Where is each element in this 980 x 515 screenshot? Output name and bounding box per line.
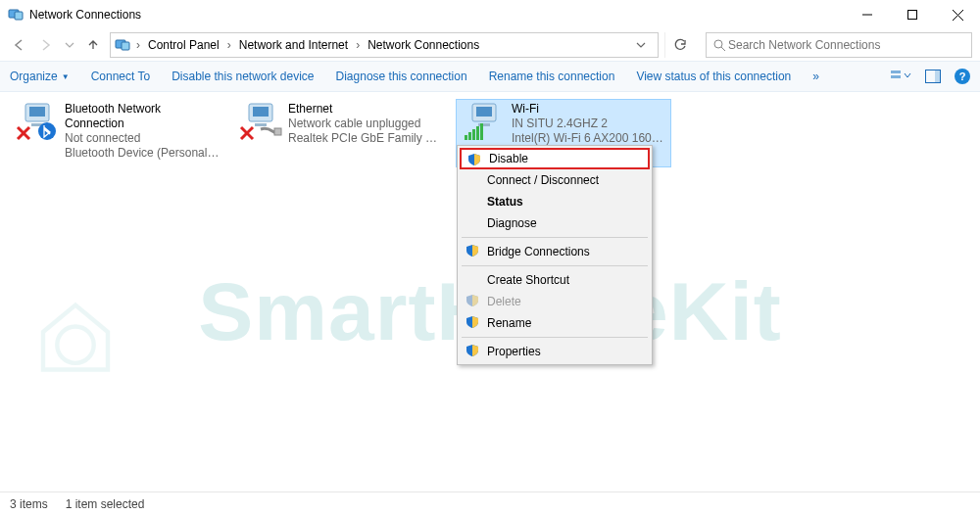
search-box[interactable] <box>706 32 972 58</box>
more-commands-button[interactable]: » <box>812 70 819 83</box>
svg-rect-3 <box>908 11 917 20</box>
svg-rect-10 <box>891 70 901 73</box>
breadcrumb-network-internet[interactable]: Network and Internet <box>237 38 350 52</box>
connection-status: IN SITU 2.4GHZ 2 <box>512 117 666 131</box>
svg-rect-30 <box>478 123 490 126</box>
window-title: Network Connections <box>29 8 141 22</box>
chevron-right-icon: › <box>136 38 140 52</box>
shield-icon <box>466 344 479 357</box>
svg-point-8 <box>714 40 722 48</box>
item-count: 3 items <box>10 497 48 511</box>
menu-item-connect-disconnect[interactable]: Connect / Disconnect <box>460 169 650 191</box>
connection-ethernet[interactable]: Ethernet Network cable unplugged Realtek… <box>233 100 447 166</box>
ethernet-icon <box>237 102 282 143</box>
disable-device-button[interactable]: Disable this network device <box>172 70 314 83</box>
menu-item-properties[interactable]: Properties <box>460 341 650 362</box>
svg-rect-1 <box>15 12 23 20</box>
context-menu: Disable Connect / Disconnect Status Diag… <box>457 145 653 365</box>
app-icon <box>8 7 24 23</box>
svg-marker-14 <box>43 305 108 370</box>
title-bar: Network Connections <box>0 0 980 29</box>
refresh-button[interactable] <box>664 32 694 58</box>
svg-rect-29 <box>476 107 492 117</box>
status-bar: 3 items 1 item selected <box>0 492 980 515</box>
address-bar[interactable]: › Control Panel › Network and Internet ›… <box>110 32 659 58</box>
menu-item-status[interactable]: Status <box>460 191 650 212</box>
minimize-button[interactable] <box>845 0 890 29</box>
svg-rect-11 <box>891 75 901 78</box>
connection-name: Bluetooth Network Connection <box>65 102 220 131</box>
connection-device: Realtek PCIe GbE Family Controller <box>288 131 443 146</box>
close-button[interactable] <box>935 0 980 29</box>
svg-rect-32 <box>468 132 471 140</box>
connection-bluetooth[interactable]: Bluetooth Network Connection Not connect… <box>10 100 223 166</box>
shield-icon <box>467 153 481 166</box>
shield-icon <box>466 294 479 307</box>
svg-rect-31 <box>465 135 467 140</box>
menu-item-create-shortcut[interactable]: Create Shortcut <box>460 269 650 291</box>
selection-count: 1 item selected <box>66 497 145 511</box>
bluetooth-icon <box>14 102 59 143</box>
svg-rect-7 <box>122 42 129 50</box>
chevron-right-icon: › <box>356 38 360 52</box>
content-area: SmartHomeKit Bluetooth Network Connectio… <box>0 92 980 484</box>
connection-device: Intel(R) Wi-Fi 6 AX200 160MHz <box>512 131 666 146</box>
location-icon <box>115 37 130 53</box>
search-input[interactable] <box>726 37 965 53</box>
svg-line-9 <box>721 47 725 51</box>
connect-to-button[interactable]: Connect To <box>91 70 151 83</box>
connection-name: Ethernet <box>288 102 443 117</box>
svg-rect-33 <box>472 129 475 140</box>
chevron-right-icon: › <box>227 38 231 52</box>
menu-separator <box>462 337 648 338</box>
up-button[interactable] <box>82 34 104 56</box>
view-status-button[interactable]: View status of this connection <box>636 70 791 83</box>
shield-icon <box>466 315 479 329</box>
connection-status: Network cable unplugged <box>288 117 443 131</box>
svg-rect-23 <box>253 107 269 117</box>
shield-icon <box>466 244 479 258</box>
watermark-logo <box>22 278 129 386</box>
connection-status: Not connected <box>65 131 220 146</box>
breadcrumb-network-connections[interactable]: Network Connections <box>366 38 481 52</box>
search-icon <box>712 38 726 52</box>
breadcrumb-control-panel[interactable]: Control Panel <box>146 38 221 52</box>
connection-name: Wi-Fi <box>512 102 666 117</box>
svg-rect-17 <box>29 107 45 117</box>
menu-item-rename[interactable]: Rename <box>460 312 650 334</box>
rename-connection-button[interactable]: Rename this connection <box>489 70 615 83</box>
connection-device: Bluetooth Device (Personal Area ... <box>65 146 220 161</box>
address-bar-row: › Control Panel › Network and Internet ›… <box>0 29 980 61</box>
wifi-icon <box>461 102 506 143</box>
command-bar: Organize▼ Connect To Disable this networ… <box>0 61 980 92</box>
svg-rect-34 <box>476 126 479 140</box>
menu-item-diagnose[interactable]: Diagnose <box>460 212 650 234</box>
recent-locations-button[interactable] <box>63 34 76 56</box>
svg-rect-24 <box>255 123 267 126</box>
address-history-button[interactable] <box>636 40 656 50</box>
diagnose-connection-button[interactable]: Diagnose this connection <box>336 70 467 83</box>
maximize-button[interactable] <box>890 0 935 29</box>
menu-item-delete[interactable]: Delete <box>460 291 650 312</box>
help-button[interactable]: ? <box>955 69 970 84</box>
forward-button[interactable] <box>35 34 57 56</box>
organize-button[interactable]: Organize▼ <box>10 70 70 83</box>
svg-rect-35 <box>480 123 483 140</box>
menu-separator <box>462 265 648 266</box>
view-options-button[interactable] <box>890 69 911 84</box>
svg-rect-25 <box>274 128 281 135</box>
preview-pane-button[interactable] <box>925 70 941 83</box>
menu-item-disable[interactable]: Disable <box>460 148 650 169</box>
svg-rect-13 <box>935 70 940 82</box>
back-button[interactable] <box>8 34 29 56</box>
menu-separator <box>462 237 648 238</box>
svg-point-15 <box>57 327 93 363</box>
menu-item-bridge[interactable]: Bridge Connections <box>460 241 650 262</box>
